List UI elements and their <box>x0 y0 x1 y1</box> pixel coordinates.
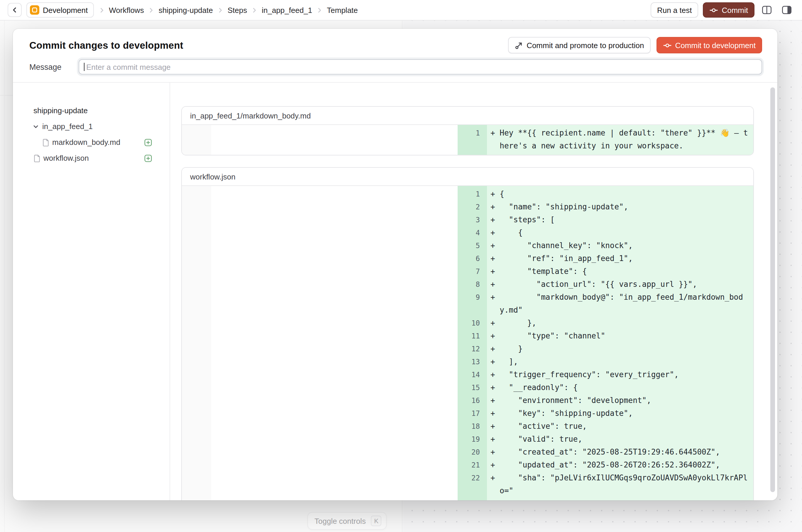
commit-button[interactable]: Commit <box>703 2 754 18</box>
commit-label: Commit <box>722 5 748 14</box>
diff-added-icon <box>144 138 152 146</box>
columns-layout-icon <box>762 5 772 15</box>
diff-line-content: + { <box>487 226 523 239</box>
diff-code: "environment": "development", <box>500 394 651 407</box>
diff-line-content: + "valid": true, <box>487 433 582 446</box>
commit-message-input[interactable] <box>79 59 762 75</box>
diff-line: 17+ "key": "shipping-update", <box>458 407 753 420</box>
environment-chip[interactable]: Development <box>26 2 94 18</box>
modal-body: shipping-update in_app_feed_1 markdown_b… <box>13 83 777 500</box>
tree-root-label: shipping-update <box>34 106 88 115</box>
diff-add-marker: + <box>490 497 500 500</box>
run-test-button[interactable]: Run a test <box>651 2 698 18</box>
line-number: 1 <box>458 188 487 201</box>
diff-line: 10+ }, <box>458 317 753 330</box>
diff-code: }, <box>500 317 536 330</box>
diff-code: { <box>500 226 522 239</box>
diff-line-content: + }, <box>487 317 537 330</box>
diff-line-content: + "updated_at": "2025-08-26T20:26:52.364… <box>487 459 720 472</box>
diff-add-marker: + <box>490 356 500 368</box>
modal-scrollbar[interactable] <box>770 88 775 492</box>
diff-added-icon <box>144 154 152 162</box>
diff-file-name: in_app_feed_1/markdown_body.md <box>190 111 311 120</box>
line-number: 12 <box>458 343 487 356</box>
promote-icon <box>514 41 523 50</box>
modal-title: Commit changes to development <box>29 40 183 51</box>
diff-add-marker: + <box>490 239 500 252</box>
tree-file-row[interactable]: markdown_body.md <box>13 134 170 150</box>
promote-production-button[interactable]: Commit and promote to production <box>508 37 650 53</box>
diff-code: "ref": "in_app_feed_1", <box>500 252 633 265</box>
diff-line: 16+ "environment": "development", <box>458 394 753 407</box>
diff-add-marker: + <box>490 291 500 317</box>
promote-production-label: Commit and promote to production <box>526 41 644 50</box>
commit-development-label: Commit to development <box>675 41 756 50</box>
chevron-right-icon <box>251 7 258 13</box>
breadcrumb-item[interactable]: in_app_feed_1 <box>262 5 312 14</box>
diff-line: 21+ "updated_at": "2025-08-26T20:26:52.3… <box>458 459 753 472</box>
file-icon <box>42 138 49 146</box>
diff-code: ], <box>500 356 518 368</box>
diff-line-content: +Hey **{{ recipient.name | default: "the… <box>487 127 752 152</box>
line-number: 3 <box>458 213 487 226</box>
tree-root-row[interactable]: shipping-update <box>13 103 170 118</box>
diff-add-marker: + <box>490 213 500 226</box>
panel-right-toggle-button[interactable] <box>779 2 795 18</box>
diff-line-content: + "sha": "pJeLVir6xIlUCMGqs9qroZoUAVDSwA… <box>487 472 752 497</box>
breadcrumb-item[interactable]: Template <box>327 5 358 14</box>
panel-right-icon <box>781 5 792 15</box>
back-button[interactable] <box>7 3 22 17</box>
topbar-actions: Run a test Commit <box>651 2 795 18</box>
diff-line-content: + ], <box>487 356 518 368</box>
line-number: 7 <box>458 265 487 278</box>
diff-line: 11+ "type": "channel" <box>458 330 753 343</box>
diff-add-marker: + <box>490 407 500 420</box>
line-number: 15 <box>458 381 487 394</box>
diff-old-gutter <box>182 125 211 155</box>
diff-code: "active": true, <box>500 420 587 433</box>
panel-left-toggle-button[interactable] <box>759 2 775 18</box>
breadcrumb-item[interactable]: shipping-update <box>159 5 213 14</box>
chevron-right-icon <box>98 7 105 13</box>
workspace: Toggle controls K Commit changes to deve… <box>0 21 802 532</box>
diff-file-header: workflow.json <box>182 168 753 186</box>
diff-line: 1+{ <box>458 188 753 201</box>
diff-old-gutter <box>182 186 211 500</box>
diff-line: 18+ "active": true, <box>458 420 753 433</box>
chevron-down-icon <box>32 123 39 130</box>
diff-split-view: 1+Hey **{{ recipient.name | default: "th… <box>182 125 753 155</box>
diff-code: "__readonly": { <box>500 381 578 394</box>
line-number: 2 <box>458 201 487 213</box>
breadcrumb-item[interactable]: Steps <box>228 5 247 14</box>
chevron-right-icon <box>217 7 224 13</box>
chevron-right-icon <box>148 7 154 13</box>
commit-development-button[interactable]: Commit to development <box>656 37 762 53</box>
run-test-label: Run a test <box>657 5 692 14</box>
diff-add-marker: + <box>490 459 500 472</box>
diff-line-content: +{ <box>487 188 504 201</box>
line-number: 20 <box>458 446 487 459</box>
diff-line-content: + } <box>487 343 523 356</box>
diff-file-header: in_app_feed_1/markdown_body.md <box>182 107 753 125</box>
diff-add-marker: + <box>490 433 500 446</box>
line-number: 11 <box>458 330 487 343</box>
diff-add-marker: + <box>490 368 500 381</box>
diff-add-marker: + <box>490 201 500 213</box>
line-number: 6 <box>458 252 487 265</box>
breadcrumb-item[interactable]: Workflows <box>109 5 144 14</box>
tree-folder-row[interactable]: in_app_feed_1 <box>13 118 170 134</box>
line-number: 9 <box>458 291 487 317</box>
line-number: 23 <box>458 497 487 500</box>
diff-line: 23+ } <box>458 497 753 500</box>
diff-code: "channel_key": "knock", <box>500 239 633 252</box>
environment-icon <box>30 5 39 15</box>
diff-add-marker: + <box>490 420 500 433</box>
diff-add-marker: + <box>490 188 500 201</box>
line-number: 5 <box>458 239 487 252</box>
diff-line: 22+ "sha": "pJeLVir6xIlUCMGqs9qroZoUAVDS… <box>458 472 753 497</box>
tree-file-row[interactable]: workflow.json <box>13 150 170 166</box>
diff-new-pane: 1+Hey **{{ recipient.name | default: "th… <box>458 125 753 155</box>
file-tree: shipping-update in_app_feed_1 markdown_b… <box>13 83 170 500</box>
line-number: 16 <box>458 394 487 407</box>
line-number: 13 <box>458 356 487 368</box>
